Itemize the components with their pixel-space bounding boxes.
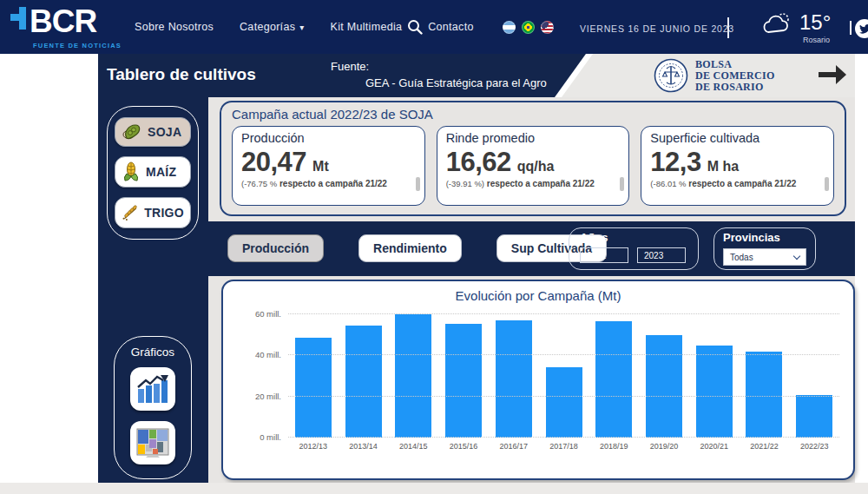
chart-bar[interactable] — [796, 395, 832, 438]
chart-x-axis-labels: 2012/132013/142014/152015/162016/172017/… — [288, 442, 839, 451]
current-date: VIERNES 16 DE JUNIO DE 2023 — [580, 23, 734, 34]
x-axis-tick-label: 2018/19 — [589, 442, 639, 451]
bcr-logo[interactable]: BCR FUENTE DE NOTICIAS — [9, 5, 96, 40]
nav-link-sobre-nosotros[interactable]: Sobre Nosotros — [135, 21, 214, 33]
y-axis-tick-label: 20 mill. — [255, 392, 281, 401]
x-axis-tick-label: 2019/20 — [639, 442, 689, 451]
cloud-icon — [761, 11, 792, 37]
chart-bar[interactable] — [546, 367, 582, 438]
social-divider — [850, 21, 852, 35]
kpi-container: Campaña actual 2022/23 de SOJA Producció… — [220, 101, 846, 216]
provinces-dropdown[interactable]: Todas — [723, 248, 806, 266]
chart-bar[interactable] — [746, 352, 782, 438]
soybean-icon — [122, 122, 142, 142]
kpi-zone: Campaña actual 2022/23 de SOJA Producció… — [208, 97, 855, 221]
kpi-label: Producción — [241, 131, 416, 145]
logo-subtitle: FUENTE DE NOTICIAS — [33, 42, 122, 49]
dashboard-title-banner: Tablero de cultivos Fuente: GEA - Guía E… — [98, 54, 586, 97]
x-axis-tick-label: 2015/16 — [438, 442, 489, 451]
kpi-card-produccion: Producción 20,47 Mt (-76.75 % respecto a… — [232, 126, 425, 206]
bar-chart-view-button[interactable] — [130, 367, 175, 411]
nav-divider — [727, 17, 729, 38]
kpi-delta: (-76.75 % respecto a campaña 21/22 — [241, 179, 402, 194]
tab-produccion[interactable]: Producción — [227, 234, 324, 262]
year-from-input[interactable] — [580, 247, 628, 263]
chart-bar[interactable] — [445, 324, 482, 438]
kpi-delta: (-39.91 %) respecto a campaña 21/22 — [446, 179, 607, 194]
flag-usa-icon[interactable] — [541, 21, 554, 34]
crop-sidebar: SOJA MAÍZ — [98, 97, 208, 483]
flag-argentina-icon[interactable] — [503, 21, 516, 34]
sidebar-item-label: TRIGO — [144, 206, 184, 220]
sidebar-item-maiz[interactable]: MAÍZ — [115, 156, 191, 188]
twitter-icon[interactable] — [855, 19, 868, 38]
flag-brazil-icon[interactable] — [522, 21, 535, 34]
kpi-cards: Producción 20,47 Mt (-76.75 % respecto a… — [232, 126, 834, 206]
kpi-card-rinde: Rinde promedio 16,62 qq/ha (-39.91 %) re… — [437, 126, 630, 206]
chart-bar[interactable] — [395, 314, 431, 438]
scrollbar-thumb[interactable] — [825, 177, 829, 191]
nav-link-kit-multimedia[interactable]: Kit Multimedia — [331, 21, 403, 33]
campaign-title: Campaña actual 2022/23 de SOJA — [232, 107, 834, 122]
bcr-org-logo: BOLSA DE COMERCIO DE ROSARIO — [654, 58, 775, 93]
logo-text: BCR — [30, 5, 96, 38]
x-axis-tick-label: 2014/15 — [388, 442, 438, 451]
tab-rendimiento[interactable]: Rendimiento — [358, 234, 462, 262]
wheat-icon — [122, 202, 139, 223]
dashboard-content: Campaña actual 2022/23 de SOJA Producció… — [208, 97, 855, 483]
x-axis-tick-label: 2012/13 — [288, 442, 339, 451]
chart-bar[interactable] — [496, 320, 532, 438]
temperature: 15° — [799, 11, 831, 34]
y-axis-tick-label: 0 mill. — [260, 432, 281, 442]
treemap-view-button[interactable] — [130, 421, 175, 464]
kpi-value: 12,3 — [650, 147, 700, 178]
scrollbar-thumb[interactable] — [416, 177, 420, 191]
kpi-label: Rinde promedio — [446, 131, 621, 145]
kpi-value: 20,47 — [241, 147, 306, 178]
year-to-input[interactable] — [637, 247, 686, 263]
org-name: BOLSA DE COMERCIO DE ROSARIO — [695, 59, 775, 93]
kpi-card-superficie: Superficie cultivada 12,3 M ha (-86.01 %… — [641, 126, 834, 206]
nav-link-categorias[interactable]: Categorías▾ — [240, 21, 304, 33]
chart-bar[interactable] — [295, 338, 332, 438]
provinces-selected-value: Todas — [730, 253, 753, 262]
chart-bar[interactable] — [646, 335, 682, 438]
kpi-unit: qq/ha — [517, 159, 555, 175]
chart-bar[interactable] — [696, 346, 733, 438]
kpi-label: Superficie cultivada — [650, 131, 825, 145]
gridline: 0 mill. — [288, 437, 839, 438]
y-axis-tick-label: 40 mill. — [255, 350, 281, 359]
chart-title: Evolución por Campaña (Mt) — [223, 288, 853, 303]
years-label: Años — [580, 231, 687, 244]
sidebar-item-trigo[interactable]: TRIGO — [115, 197, 191, 228]
chart-bar[interactable] — [345, 326, 382, 438]
source-value: GEA - Guía Estratégica para el Agro — [331, 75, 547, 91]
corn-icon — [122, 161, 141, 182]
x-axis-tick-label: 2017/18 — [539, 442, 589, 451]
chart-bar[interactable] — [595, 321, 632, 438]
bottom-strip — [0, 483, 868, 494]
chart-zone: Evolución por Campaña (Mt) 0 mill.20 mil… — [208, 276, 855, 483]
bcr-seal-icon — [654, 58, 688, 93]
charts-group-label: Gráficos — [115, 346, 191, 359]
source-label: Fuente: — [331, 58, 547, 75]
search-icon[interactable] — [407, 19, 423, 35]
page-title: Tablero de cultivos — [107, 65, 256, 84]
crops-dashboard: Tablero de cultivos Fuente: GEA - Guía E… — [98, 54, 855, 483]
nav-link-contacto[interactable]: Contacto — [428, 21, 473, 33]
scrollbar-thumb[interactable] — [620, 177, 624, 191]
arrow-right-icon[interactable] — [817, 65, 846, 84]
bcr-logo-plus-icon — [9, 5, 30, 40]
y-axis-tick-label: 60 mill. — [255, 309, 281, 319]
charts-group: Gráficos — [114, 336, 192, 479]
chart-plot: 0 mill.20 mill.40 mill.60 mill. — [288, 314, 839, 438]
years-filter: Años — [569, 227, 699, 270]
chevron-down-icon: ▾ — [299, 23, 304, 32]
crop-selector-group: SOJA MAÍZ — [107, 106, 199, 240]
sidebar-item-soja[interactable]: SOJA — [115, 117, 191, 147]
bar-chart-icon — [136, 373, 169, 405]
sidebar-item-label: MAÍZ — [146, 165, 176, 179]
dashboard-header: Tablero de cultivos Fuente: GEA - Guía E… — [98, 54, 855, 97]
x-axis-tick-label: 2022/23 — [789, 442, 839, 451]
x-axis-tick-label: 2021/22 — [740, 442, 790, 451]
